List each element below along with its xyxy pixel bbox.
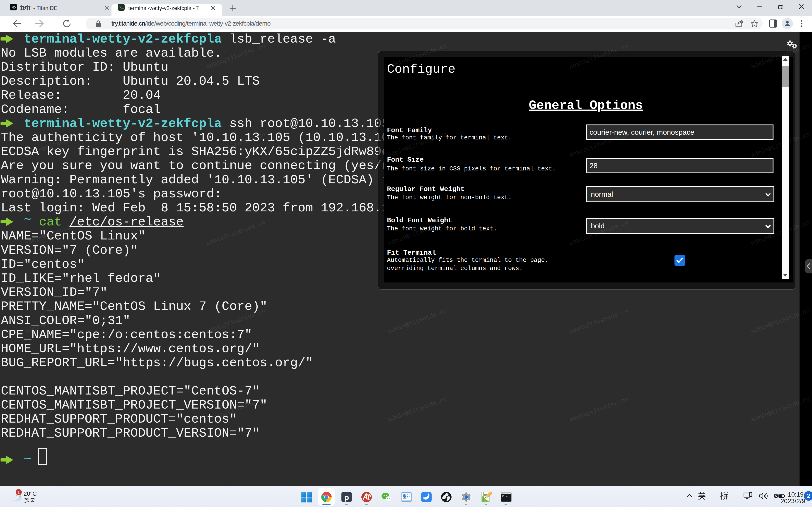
svg-text:p: p — [344, 493, 349, 502]
svg-text:>: > — [119, 6, 121, 10]
svg-text:>: > — [14, 5, 16, 10]
svg-text:C:\: C:\ — [502, 495, 507, 498]
